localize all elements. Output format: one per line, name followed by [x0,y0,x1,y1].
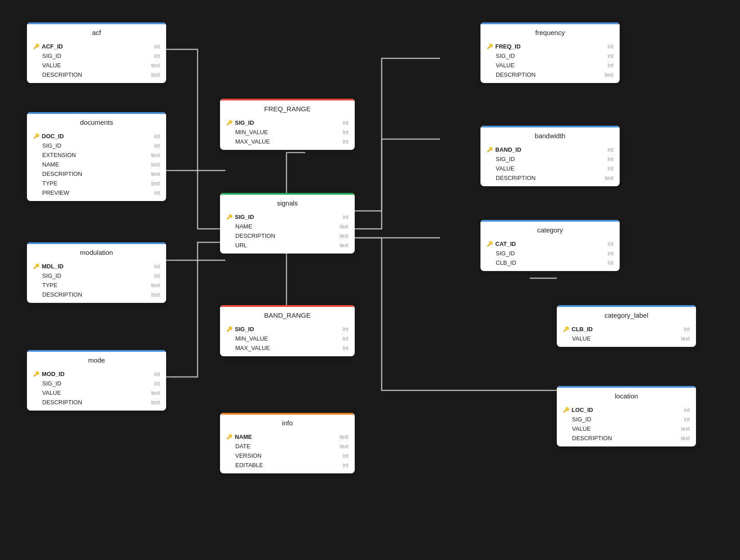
field-row: 🔑 MOD_ID int [27,369,166,379]
field-type: text [151,171,160,177]
field-name: SIG_ID [42,272,150,279]
field-type: int [684,407,690,413]
field-row: DESCRIPTION text [27,290,166,299]
table-modulation-header: modulation [27,242,166,260]
table-mode-header: mode [27,350,166,368]
field-name: DESCRIPTION [42,171,148,177]
field-row: 🔑 SIG_ID int [220,324,355,334]
field-name: SIG_ID [496,250,604,257]
field-type: text [605,72,613,78]
table-frequency-header: frequency [480,22,620,40]
field-row: DESCRIPTION text [557,433,696,443]
field-row: 🔑 LOC_ID int [557,405,696,415]
table-info-header: info [220,413,355,430]
key-icon: 🔑 [563,407,569,413]
table-documents: documents 🔑 DOC_ID int SIG_ID int EXTENS… [27,112,166,201]
field-type: text [340,223,348,230]
field-name: DESCRIPTION [496,71,601,78]
field-name: DESCRIPTION [572,435,678,442]
key-icon: 🔑 [33,133,40,139]
field-row: SIG_ID int [27,379,166,388]
field-row: DESCRIPTION text [27,70,166,79]
key-icon: 🔑 [226,326,233,332]
field-row: 🔑 ACF_ID int [27,42,166,51]
field-row: TYPE text [27,280,166,290]
field-row: DESCRIPTION text [480,70,620,79]
field-type: text [681,336,690,342]
field-type: text [151,72,160,78]
field-name: EDITABLE [235,462,339,468]
field-row: 🔑 SIG_ID int [220,212,355,222]
field-name: TYPE [42,282,148,289]
table-category: category 🔑 CAT_ID int SIG_ID int CLB_ID … [480,220,620,271]
field-type: int [608,147,613,153]
field-name: URL [235,242,336,249]
key-icon: 🔑 [33,371,40,377]
field-name: VALUE [42,389,148,396]
table-bandwidth-header: bandwidth [480,126,620,143]
field-row: VALUE int [480,61,620,70]
field-name: SIG_ID [42,52,150,59]
table-freq-range-header: FREQ_RANGE [220,99,355,116]
field-type: text [151,162,160,168]
field-name: DESCRIPTION [42,399,148,406]
field-type: int [154,143,160,149]
key-icon: 🔑 [487,241,493,247]
field-row: SIG_ID int [557,415,696,424]
field-type: int [154,371,160,377]
field-row: 🔑 SIG_ID int [220,118,355,127]
field-type: int [684,326,690,332]
field-type: int [608,53,613,59]
field-type: int [684,416,690,423]
field-row: VERSION int [220,451,355,460]
table-category-header: category [480,220,620,237]
field-row: 🔑 MDL_ID int [27,262,166,271]
field-name: SIG_ID [496,156,604,162]
field-row: CLB_ID int [480,258,620,267]
field-row: MAX_VALUE int [220,343,355,353]
field-row: 🔑 CAT_ID int [480,239,620,249]
table-signals-header: signals [220,193,355,210]
field-name: EXTENSION [42,152,148,158]
field-type: int [343,139,348,145]
field-type: int [154,273,160,279]
table-documents-header: documents [27,112,166,130]
field-type: int [343,214,348,220]
field-name: CLB_ID [496,259,604,266]
field-type: int [343,120,348,126]
field-name: MOD_ID [42,371,150,377]
field-name: VALUE [572,335,678,342]
table-bandwidth: bandwidth 🔑 BAND_ID int SIG_ID int VALUE… [480,126,620,186]
field-row: VALUE text [27,388,166,398]
field-type: int [343,345,348,351]
table-category-label: category_label 🔑 CLB_ID int VALUE text [557,305,696,347]
field-name: MAX_VALUE [235,138,339,145]
field-type: text [151,62,160,69]
key-icon: 🔑 [33,263,40,269]
field-name: SIG_ID [496,52,604,59]
field-name: SIG_ID [42,380,150,387]
key-icon: 🔑 [33,44,40,49]
field-name: MDL_ID [42,263,150,270]
field-name: NAME [235,223,336,230]
field-type: int [343,336,348,342]
field-row: SIG_ID int [480,51,620,61]
field-row: DESCRIPTION text [220,231,355,241]
diagram-container: acf 🔑 ACF_ID int SIG_ID int VALUE text D… [0,0,740,560]
table-frequency: frequency 🔑 FREQ_ID int SIG_ID int VALUE… [480,22,620,83]
field-type: int [608,241,613,247]
field-row: 🔑 CLB_ID int [557,324,696,334]
field-type: int [154,53,160,59]
field-row: PREVIEW int [27,188,166,197]
field-type: int [608,62,613,69]
field-row: MIN_VALUE int [220,334,355,343]
field-name: SIG_ID [42,142,150,149]
field-name: NAME [235,433,336,440]
field-name: PREVIEW [42,189,150,196]
field-type: int [608,44,613,50]
table-location-header: location [557,386,696,403]
field-row: SIG_ID int [27,141,166,150]
field-name: DESCRIPTION [42,291,148,298]
field-row: EXTENSION text [27,150,166,160]
field-row: VALUE int [480,164,620,173]
